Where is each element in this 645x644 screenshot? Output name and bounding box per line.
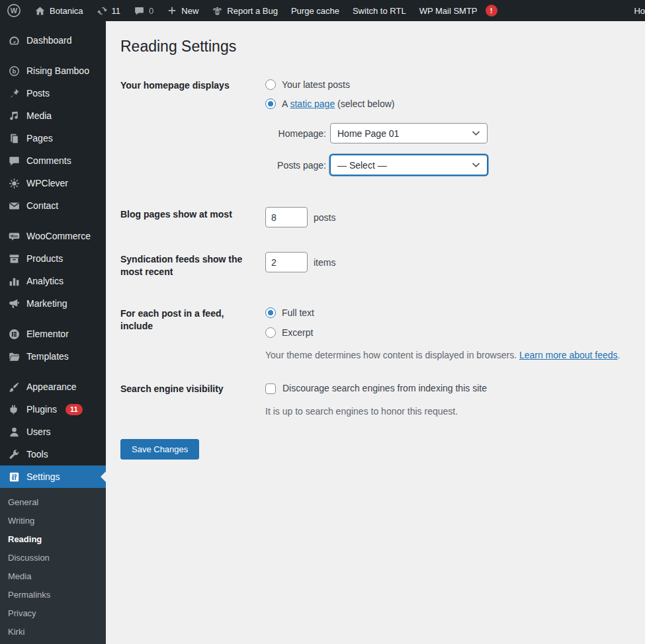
new-content-menu[interactable]: New	[160, 0, 205, 21]
homepage-displays-row: Your homepage displays Your latest posts…	[120, 78, 630, 176]
sidebar-item-templates[interactable]: Templates	[0, 345, 106, 368]
discourage-indexing-checkbox[interactable]	[265, 383, 276, 394]
svg-text:Woo: Woo	[10, 233, 17, 237]
pages-icon	[7, 132, 21, 145]
sidebar-item-label: Plugins	[26, 403, 57, 416]
plugins-update-badge: 11	[65, 404, 83, 415]
excerpt-option[interactable]: Excerpt	[265, 326, 630, 339]
wp-mail-smtp-menu[interactable]: WP Mail SMTP !	[413, 0, 504, 21]
sidebar-item-appearance[interactable]: Appearance	[0, 376, 106, 398]
comments-menu[interactable]: 0	[127, 0, 160, 21]
sidebar-item-users[interactable]: Users	[0, 421, 106, 443]
static-page-radio[interactable]	[265, 99, 276, 109]
settings-submenu: General Writing Reading Discussion Media…	[0, 488, 106, 644]
submenu-item-discussion[interactable]: Discussion	[0, 549, 106, 567]
latest-posts-label: Your latest posts	[282, 78, 350, 91]
posts-page-select[interactable]: — Select —	[330, 155, 488, 175]
save-changes-button[interactable]: Save Changes	[120, 439, 199, 460]
sidebar-item-products[interactable]: Products	[0, 247, 106, 270]
sidebar-item-label: WPClever	[26, 177, 68, 190]
static-page-option[interactable]: A static page (select below)	[265, 97, 630, 110]
svg-text:b: b	[12, 67, 16, 75]
bee-icon	[212, 5, 223, 17]
submenu-item-writing[interactable]: Writing	[0, 512, 106, 530]
excerpt-label: Excerpt	[282, 326, 313, 339]
admin-sidebar: Dashboard b Rising Bamboo Posts Media	[0, 21, 106, 644]
submenu-item-privacy[interactable]: Privacy	[0, 604, 106, 623]
sidebar-item-elementor[interactable]: Elementor	[0, 323, 106, 345]
search-visibility-label: Search engine visibility	[120, 382, 265, 395]
syndication-label: Syndication feeds show the most recent	[120, 252, 265, 278]
excerpt-radio[interactable]	[265, 327, 276, 338]
sidebar-item-label: Contact	[26, 199, 58, 212]
submenu-item-general[interactable]: General	[0, 493, 106, 512]
user-icon	[7, 425, 21, 438]
homepage-displays-label: Your homepage displays	[120, 78, 265, 92]
posts-per-page-input[interactable]	[265, 207, 308, 227]
site-name-label: Botanica	[50, 6, 83, 16]
submenu-item-media[interactable]: Media	[0, 567, 106, 586]
sidebar-item-marketing[interactable]: Marketing	[0, 292, 106, 315]
site-name-menu[interactable]: Botanica	[28, 0, 90, 21]
feed-items-input[interactable]	[265, 252, 308, 272]
submenu-item-kirki[interactable]: Kirki	[0, 623, 106, 641]
box-icon	[7, 252, 21, 265]
posts-suffix: posts	[314, 212, 335, 223]
discourage-indexing-label: Discourage search engines from indexing …	[282, 382, 487, 395]
sidebar-item-wpclever[interactable]: WPClever	[0, 172, 106, 194]
sidebar-item-plugins[interactable]: Plugins 11	[0, 398, 106, 421]
homepage-select[interactable]: Home Page 01	[330, 123, 488, 143]
main-content: Reading Settings Your homepage displays …	[106, 21, 645, 644]
switch-rtl-menu[interactable]: Switch to RTL	[346, 0, 413, 21]
syndication-row: Syndication feeds show the most recent i…	[120, 252, 630, 278]
submenu-item-reading[interactable]: Reading	[0, 530, 106, 549]
latest-posts-radio[interactable]	[265, 79, 276, 90]
submenu-item-permalinks[interactable]: Permalinks	[0, 586, 106, 604]
pushpin-icon	[7, 87, 21, 100]
static-page-link[interactable]: static page	[290, 99, 335, 109]
wordpress-logo-icon: W	[7, 3, 21, 18]
sidebar-item-label: Pages	[26, 132, 53, 145]
megaphone-icon	[7, 297, 21, 310]
sidebar-item-woocommerce[interactable]: Woo WooCommerce	[0, 225, 106, 247]
howdy-menu[interactable]: Ho	[627, 0, 645, 21]
chevron-down-icon	[472, 130, 480, 136]
report-bug-menu[interactable]: Report a Bug	[205, 0, 284, 21]
bar-chart-icon	[7, 274, 21, 288]
update-count: 11	[112, 6, 121, 16]
lightbulb-icon	[7, 177, 21, 190]
sidebar-item-settings[interactable]: Settings	[0, 465, 106, 488]
updates-menu[interactable]: 11	[90, 0, 128, 21]
wp-logo-menu[interactable]: W	[0, 0, 28, 21]
sidebar-item-dashboard[interactable]: Dashboard	[0, 29, 106, 52]
updates-icon	[97, 5, 108, 17]
static-prefix: A	[282, 99, 290, 109]
sidebar-item-posts[interactable]: Posts	[0, 82, 106, 104]
learn-more-feeds-link[interactable]: Learn more about feeds	[519, 350, 618, 360]
full-text-option[interactable]: Full text	[265, 306, 630, 319]
sidebar-item-media[interactable]: Media	[0, 104, 106, 127]
plug-icon	[7, 403, 21, 416]
sidebar-item-pages[interactable]: Pages	[0, 127, 106, 149]
sidebar-item-tools[interactable]: Tools	[0, 443, 106, 465]
home-icon	[34, 5, 46, 17]
sidebar-item-label: Templates	[26, 350, 69, 363]
sidebar-item-rising-bamboo[interactable]: b Rising Bamboo	[0, 60, 106, 82]
sidebar-item-analytics[interactable]: Analytics	[0, 270, 106, 292]
sidebar-item-label: Elementor	[26, 327, 69, 341]
latest-posts-option[interactable]: Your latest posts	[265, 78, 630, 91]
new-label: New	[181, 6, 198, 16]
purge-cache-menu[interactable]: Purge cache	[284, 0, 346, 21]
sidebar-item-comments[interactable]: Comments	[0, 149, 106, 172]
full-text-radio[interactable]	[265, 307, 276, 318]
blog-pages-row: Blog pages show at most posts	[120, 207, 630, 227]
envelope-icon	[7, 199, 21, 212]
static-suffix: (select below)	[335, 99, 394, 109]
sidebar-item-label: Tools	[26, 448, 48, 461]
posts-page-select-label: Posts page:	[265, 160, 326, 171]
sidebar-item-contact[interactable]: Contact	[0, 194, 106, 217]
items-suffix: items	[314, 257, 335, 268]
rising-bamboo-icon: b	[7, 64, 21, 77]
sidebar-item-label: Media	[26, 109, 52, 122]
discourage-indexing-option[interactable]: Discourage search engines from indexing …	[265, 382, 630, 395]
